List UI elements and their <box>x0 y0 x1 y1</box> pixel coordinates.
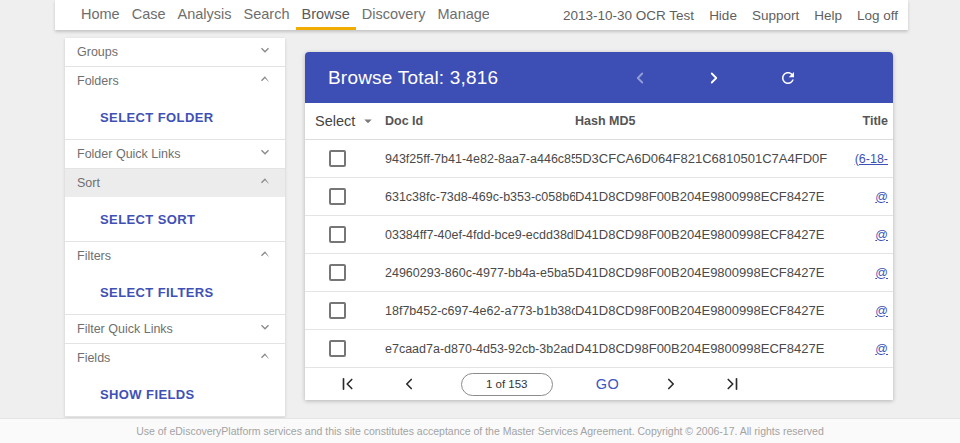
chevron-up-icon <box>257 246 273 266</box>
doc-id-cell: 03384ff7-40ef-4fdd-bce9-ecdd38db... <box>385 228 575 242</box>
hash-md5-cell: 5D3CFCA6D064F821C6810501C7A4FD0F <box>575 151 835 166</box>
sidebar-section: Filter Quick Links <box>65 315 285 344</box>
hash-md5-column-header: Hash MD5 <box>575 114 835 128</box>
sidebar-section: Groups <box>65 38 285 67</box>
title-cell: (6-18- <box>835 152 893 166</box>
checkbox-cell <box>305 264 385 281</box>
title-cell: @ <box>835 228 893 242</box>
table-row: 631c38fc-73d8-469c-b353-c058b6... D41D8C… <box>305 178 893 216</box>
doc-id-cell: 24960293-860c-4977-bb4a-e5ba5... <box>385 266 575 280</box>
top-bar: Home Case Analysis Search Browse Discove… <box>55 0 908 30</box>
row-checkbox[interactable] <box>329 150 346 167</box>
title-link[interactable]: @ <box>875 266 888 280</box>
first-page-button[interactable] <box>339 375 357 393</box>
checkbox-cell <box>305 150 385 167</box>
sidebar-action-button[interactable]: SHOW FIELDS <box>100 387 195 402</box>
nav-tab[interactable]: Home <box>75 0 126 30</box>
chevron-down-icon <box>257 144 273 164</box>
checkbox-cell <box>305 340 385 357</box>
browse-total-title: Browse Total: 3,816 <box>328 67 498 89</box>
go-button[interactable]: GO <box>596 376 620 392</box>
browse-header: Browse Total: 3,816 <box>305 52 893 103</box>
table-row: e7caad7a-d870-4d53-92cb-3b2ad... D41D8CD… <box>305 330 893 368</box>
previous-page-button[interactable] <box>400 375 418 393</box>
title-link[interactable]: @ <box>875 228 888 242</box>
sidebar-action-area: SELECT FOLDER <box>65 95 285 139</box>
hide-button[interactable]: Hide <box>709 8 737 23</box>
footer: Use of eDiscoveryPlatform services and t… <box>0 418 960 443</box>
doc-id-cell: 631c38fc-73d8-469c-b353-c058b6... <box>385 190 575 204</box>
sidebar-section-label: Filters <box>77 249 111 263</box>
main-nav: Home Case Analysis Search Browse Discove… <box>75 0 489 30</box>
footer-legal-text: Use of eDiscoveryPlatform services and t… <box>136 425 824 437</box>
refresh-icon[interactable] <box>779 69 797 87</box>
dropdown-arrow-icon <box>359 112 377 130</box>
hash-md5-cell: D41D8CD98F00B204E9800998ECF8427E <box>575 227 835 242</box>
hash-md5-cell: D41D8CD98F00B204E9800998ECF8427E <box>575 189 835 204</box>
title-link[interactable]: @ <box>875 190 888 204</box>
logoff-link[interactable]: Log off <box>857 8 898 23</box>
top-menu: 2013-10-30 OCR Test Hide Support Help Lo… <box>563 8 898 23</box>
chevron-up-icon <box>257 348 273 368</box>
nav-tab[interactable]: Management <box>432 0 489 30</box>
doc-id-cell: 18f7b452-c697-4e62-a773-b1b38c... <box>385 304 575 318</box>
sidebar-section: Folder Quick Links <box>65 140 285 169</box>
hash-md5-cell: D41D8CD98F00B204E9800998ECF8427E <box>575 341 835 356</box>
sidebar-section-header[interactable]: Folder Quick Links <box>65 140 285 168</box>
sidebar-section-header[interactable]: Filters <box>65 242 285 270</box>
chevron-up-icon <box>257 71 273 91</box>
title-cell: @ <box>835 190 893 204</box>
sidebar-section-header[interactable]: Filter Quick Links <box>65 315 285 343</box>
sidebar-action-button[interactable]: SELECT SORT <box>100 212 195 227</box>
sidebar-section-header[interactable]: Groups <box>65 38 285 66</box>
sidebar-section: Filters SELECT FILTERS <box>65 242 285 315</box>
sidebar-section-label: Folders <box>77 74 119 88</box>
nav-tab[interactable]: Discovery <box>356 0 432 30</box>
doc-id-column-header: Doc Id <box>385 114 575 128</box>
row-checkbox[interactable] <box>329 188 346 205</box>
table-header-row: Select Doc Id Hash MD5 Title <box>305 103 893 140</box>
title-link[interactable]: (6-18- <box>855 152 888 166</box>
select-column-label: Select <box>315 113 355 129</box>
hash-md5-cell: D41D8CD98F00B204E9800998ECF8427E <box>575 265 835 280</box>
chevron-up-icon <box>257 173 273 193</box>
support-link[interactable]: Support <box>752 8 799 23</box>
sidebar-section-label: Groups <box>77 45 118 59</box>
sidebar-action-area: SELECT SORT <box>65 197 285 241</box>
prev-page-icon[interactable] <box>631 69 649 87</box>
row-checkbox[interactable] <box>329 264 346 281</box>
sidebar-action-button[interactable]: SELECT FILTERS <box>100 285 214 300</box>
select-all-dropdown[interactable]: Select <box>305 112 385 130</box>
sidebar-section-label: Fields <box>77 351 110 365</box>
row-checkbox[interactable] <box>329 226 346 243</box>
sidebar-section-label: Folder Quick Links <box>77 147 181 161</box>
sidebar-section-header[interactable]: Folders <box>65 67 285 95</box>
sidebar-section-header[interactable]: Sort <box>65 169 285 197</box>
sidebar-section-label: Sort <box>77 176 100 190</box>
next-page-icon[interactable] <box>705 69 723 87</box>
sidebar-action-area: SELECT FILTERS <box>65 270 285 314</box>
doc-id-cell: e7caad7a-d870-4d53-92cb-3b2ad... <box>385 342 575 356</box>
last-page-button[interactable] <box>723 375 741 393</box>
help-link[interactable]: Help <box>814 8 842 23</box>
case-name-selector[interactable]: 2013-10-30 OCR Test <box>563 8 694 23</box>
checkbox-cell <box>305 226 385 243</box>
sidebar-section-label: Filter Quick Links <box>77 322 173 336</box>
title-link[interactable]: @ <box>875 304 888 318</box>
sidebar-action-area: SHOW FIELDS <box>65 372 285 416</box>
title-cell: @ <box>835 342 893 356</box>
hash-md5-cell: D41D8CD98F00B204E9800998ECF8427E <box>575 303 835 318</box>
nav-tab[interactable]: Analysis <box>172 0 238 30</box>
next-page-button[interactable] <box>662 375 680 393</box>
title-link[interactable]: @ <box>875 342 888 356</box>
chevron-down-icon <box>257 319 273 339</box>
nav-tab[interactable]: Search <box>238 0 296 30</box>
page-number-input[interactable] <box>461 373 553 396</box>
nav-tab[interactable]: Case <box>126 0 172 30</box>
nav-tab[interactable]: Browse <box>296 0 356 30</box>
row-checkbox[interactable] <box>329 302 346 319</box>
sidebar-section-header[interactable]: Fields <box>65 344 285 372</box>
pagination-bar: GO <box>305 368 893 400</box>
sidebar-action-button[interactable]: SELECT FOLDER <box>100 110 214 125</box>
row-checkbox[interactable] <box>329 340 346 357</box>
